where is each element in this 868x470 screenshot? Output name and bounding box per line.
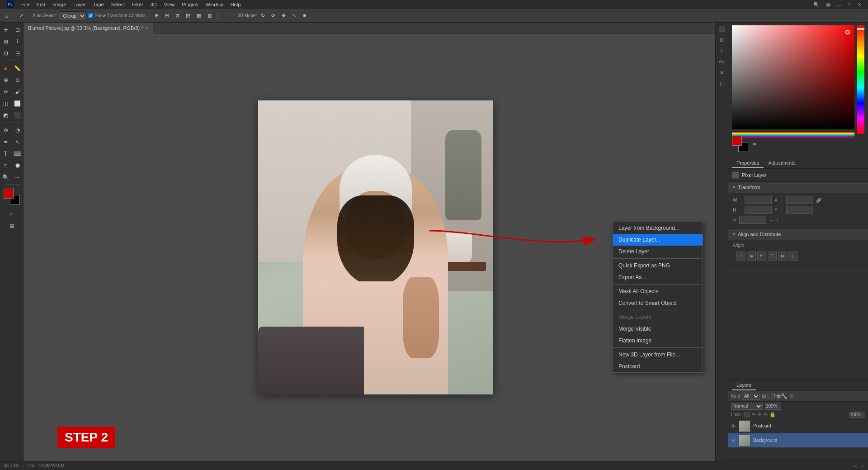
layers-tab[interactable]: Layers [732, 380, 756, 390]
paint-bucket-tool[interactable]: ⬛ [12, 110, 23, 121]
clone-tool[interactable]: ⊙ [12, 75, 23, 85]
minimize-icon[interactable]: — [834, 2, 844, 7]
height-input[interactable] [745, 206, 772, 214]
menu-ps[interactable]: Ps [4, 0, 17, 9]
pen-tool[interactable]: ✒ [0, 137, 11, 147]
menu-help[interactable]: Help [227, 1, 244, 8]
filter-toggle[interactable]: ⊙ [789, 393, 794, 399]
canvas-tab[interactable]: Blurred Picture.jpg @ 33.3% (Background,… [24, 23, 153, 33]
full-screen-mode[interactable]: ⊞ [6, 221, 17, 232]
blur-tool[interactable]: ⊚ [0, 125, 11, 136]
more-button[interactable]: ··· [857, 12, 865, 19]
align-middle-button[interactable]: ▦ [194, 12, 203, 19]
kind-filter-dropdown[interactable]: All [742, 393, 760, 400]
panel-layer-icon[interactable]: ≡ [717, 68, 726, 77]
move-tool[interactable]: ✛ [0, 24, 11, 35]
panel-glyph-icon[interactable]: Aa [717, 57, 726, 66]
search-icon[interactable]: 🔍 [811, 2, 822, 8]
auto-select-dropdown[interactable]: Group Layer [59, 11, 86, 20]
properties-tab[interactable]: Properties [732, 158, 764, 168]
show-transform-checkbox[interactable] [88, 13, 93, 18]
nav-right-button[interactable]: ▷ [861, 463, 864, 468]
3d-pan-button[interactable]: ✥ [279, 12, 288, 19]
history-brush-tool[interactable]: 🖌 [12, 86, 23, 97]
lock-all-button[interactable]: 🔒 [769, 412, 776, 418]
eyedropper-tool[interactable]: 🔺 [0, 63, 11, 74]
align-right-button[interactable]: ⊠ [173, 12, 182, 19]
layer-visibility-background[interactable]: 👁 [731, 438, 736, 443]
ctx-new-3d-layer[interactable]: New 3D Layer from File... [613, 349, 703, 361]
lock-image-button[interactable]: ✏ [752, 412, 756, 418]
align-section-header[interactable]: ▼ Align and Distribute [728, 229, 868, 240]
transform-section-header[interactable]: ▼ Transform [728, 182, 868, 193]
gradient-tool[interactable]: ◩ [0, 110, 11, 121]
color-gradient[interactable] [732, 25, 854, 129]
menu-layer[interactable]: Layer [70, 1, 89, 8]
hue-bar[interactable] [732, 132, 854, 138]
3d-orbit-button[interactable]: ↻ [259, 12, 267, 19]
lock-position-button[interactable]: ✛ [758, 412, 762, 418]
menu-file[interactable]: File [18, 1, 33, 8]
ctx-export-as[interactable]: Export As... [613, 271, 703, 283]
menu-filter[interactable]: Filter [129, 1, 146, 8]
ctx-delete-layer[interactable]: Delete Layer [613, 246, 703, 257]
lasso-tool[interactable]: ⌇ [12, 36, 23, 47]
shape-tool[interactable]: □ [0, 160, 11, 171]
panel-type-icon[interactable]: T [717, 46, 726, 55]
layer-row-postcard[interactable]: 👁 Postcard [728, 419, 868, 433]
menu-plugins[interactable]: Plugins [179, 1, 201, 8]
align-left-button[interactable]: ⊞ [152, 12, 161, 19]
ruler-tool[interactable]: 📏 [12, 63, 23, 74]
menu-edit[interactable]: Edit [33, 1, 48, 8]
slice-tool[interactable]: ⊟ [12, 48, 23, 59]
dodge-tool[interactable]: ◔ [12, 125, 23, 136]
text-tool[interactable]: T [0, 148, 11, 159]
panel-fg-color[interactable] [732, 136, 742, 146]
ctx-flatten-image[interactable]: Flatten Image [613, 335, 703, 347]
eraser-tool[interactable]: ◫ [0, 98, 11, 109]
opacity-input[interactable] [765, 403, 781, 410]
menu-3d[interactable]: 3D [147, 1, 160, 8]
tab-close-button[interactable]: × [146, 25, 149, 30]
panel-color-icon[interactable]: ⬛ [717, 24, 726, 33]
align-bottom-edges-button[interactable]: ⊥ [788, 252, 797, 261]
align-h-center-button[interactable]: ⊕ [747, 252, 756, 261]
nav-left-button[interactable]: ◁ [854, 463, 857, 468]
align-v-center-button[interactable]: ⊗ [778, 252, 787, 261]
hue-slider-vertical[interactable] [857, 25, 864, 134]
menu-image[interactable]: Image [49, 1, 70, 8]
3d-slide-button[interactable]: ⤡ [290, 12, 298, 19]
flip-h-icon[interactable]: ↔ [769, 218, 774, 223]
rotation-input[interactable] [739, 216, 766, 224]
lock-artboard-button[interactable]: ⊡ [764, 412, 768, 418]
ctx-duplicate-layer[interactable]: Duplicate Layer... [613, 234, 703, 246]
flip-v-icon[interactable]: ↕ [776, 218, 778, 223]
menu-type[interactable]: Type [90, 1, 107, 8]
rectangular-marquee-tool[interactable]: ⊞ [0, 36, 11, 47]
adjustments-tab[interactable]: Adjustments [764, 158, 800, 168]
ctx-merge-visible[interactable]: Merge Visible [613, 323, 703, 335]
path-select-tool[interactable]: ↖ [12, 137, 23, 147]
distribute-button[interactable]: ⋮ [221, 12, 231, 19]
standard-screen-mode[interactable]: □ [6, 209, 17, 220]
width-input[interactable] [745, 196, 772, 204]
layer-row-background[interactable]: 👁 Background [728, 433, 868, 448]
ctx-postcard[interactable]: Postcard [613, 361, 703, 372]
foreground-color-box[interactable] [4, 189, 14, 199]
opacity-bar[interactable] [732, 139, 854, 143]
ctx-layer-from-background[interactable]: Layer from Background... [613, 222, 703, 234]
align-center-button[interactable]: ⊟ [163, 12, 171, 19]
path-text-tool[interactable]: ⌨ [12, 148, 23, 159]
align-right-edges-button[interactable]: ⊢ [757, 252, 766, 261]
3d-scale-button[interactable]: ⊕ [300, 12, 309, 19]
menu-window[interactable]: Window [203, 1, 226, 8]
align-left-edges-button[interactable]: ⊣ [736, 252, 745, 261]
ctx-quick-export-png[interactable]: Quick Export as PNG [613, 260, 703, 271]
maximize-icon[interactable]: □ [845, 2, 854, 7]
crop-tool[interactable]: ⊡ [0, 48, 11, 59]
home-button[interactable]: ⌂ [3, 12, 10, 19]
color-gradient-area[interactable] [732, 25, 854, 134]
arrange-icon[interactable]: ▣ [823, 2, 833, 8]
zoom-tool[interactable]: 🔍 [0, 172, 11, 183]
blend-mode-dropdown[interactable]: Normal [731, 403, 763, 410]
